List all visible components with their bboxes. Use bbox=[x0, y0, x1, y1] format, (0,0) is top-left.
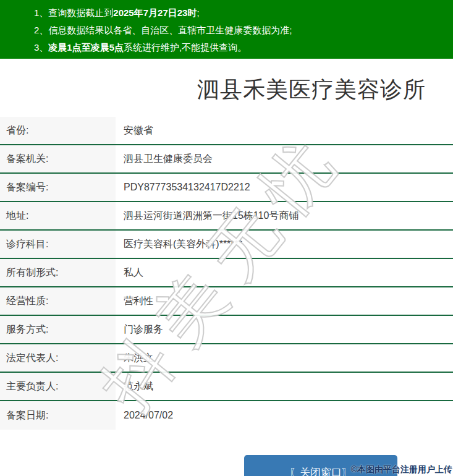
row-value: PDY87773534132417D2212 bbox=[116, 174, 453, 201]
table-row-main-person-in-charge: 主要负责人: 范永斌 bbox=[0, 373, 453, 401]
row-label: 主要负责人: bbox=[0, 373, 116, 400]
notice-line-3-bold: 凌晨1点至凌晨5点 bbox=[48, 42, 124, 53]
table-row-filing-number: 备案编号: PDY87773534132417D2212 bbox=[0, 174, 453, 202]
record-info-table: 省份: 安徽省 备案机关: 泗县卫生健康委员会 备案编号: PDY8777353… bbox=[0, 117, 453, 430]
row-value: 泗县卫生健康委员会 bbox=[116, 145, 453, 172]
table-row-treatment-subjects: 诊疗科目: 医疗美容科(美容外科)****** bbox=[0, 231, 453, 259]
row-value: 泗县运河街道泗洲第一街15栋110号商铺 bbox=[116, 202, 453, 229]
notice-line-1-post: ; bbox=[197, 7, 199, 18]
table-row-address: 地址: 泗县运河街道泗洲第一街15栋110号商铺 bbox=[0, 202, 453, 231]
notice-line-1-bold: 2025年7月27日23时 bbox=[113, 7, 197, 18]
row-label: 经营性质: bbox=[0, 287, 116, 315]
notice-line-1-pre: 查询数据截止到 bbox=[48, 7, 113, 18]
table-row-business-nature: 经营性质: 营利性 bbox=[0, 287, 453, 316]
row-label: 备案编号: bbox=[0, 174, 116, 201]
row-value: 门诊服务 bbox=[116, 316, 453, 343]
copyright-stamp: ©本图由平台注册用户上传 bbox=[351, 464, 452, 475]
row-label: 地址: bbox=[0, 202, 116, 229]
row-value: 朱洪立 bbox=[116, 344, 453, 372]
notice-banner: 1、查询数据截止到2025年7月27日23时; 2、信息数据结果以各省、自治区、… bbox=[0, 0, 453, 59]
table-row-ownership-form: 所有制形式: 私人 bbox=[0, 259, 453, 287]
row-value: 安徽省 bbox=[116, 117, 453, 144]
notice-line-3-num: 3、 bbox=[34, 42, 48, 53]
table-row-filing-date: 备案日期: 2024/07/02 bbox=[0, 401, 453, 430]
page-title: 泗县禾美医疗美容诊所 bbox=[0, 75, 453, 106]
notice-line-3-post: 系统进行维护,不能提供查询。 bbox=[124, 42, 247, 53]
table-row-service-mode: 服务方式: 门诊服务 bbox=[0, 316, 453, 344]
table-row-filing-authority: 备案机关: 泗县卫生健康委员会 bbox=[0, 145, 453, 174]
table-row-province: 省份: 安徽省 bbox=[0, 117, 453, 145]
notice-line-3: 3、凌晨1点至凌晨5点系统进行维护,不能提供查询。 bbox=[34, 39, 447, 56]
row-value: 2024/07/02 bbox=[116, 401, 453, 430]
row-label: 备案日期: bbox=[0, 401, 116, 430]
notice-line-2-pre: 信息数据结果以各省、自治区、直辖市卫生健康委数据为准; bbox=[48, 25, 292, 35]
record-detail-page: 1、查询数据截止到2025年7月27日23时; 2、信息数据结果以各省、自治区、… bbox=[0, 0, 453, 476]
notice-line-1: 1、查询数据截止到2025年7月27日23时; bbox=[34, 4, 447, 22]
notice-line-1-num: 1、 bbox=[34, 7, 48, 18]
notice-line-2-num: 2、 bbox=[34, 25, 48, 35]
row-label: 诊疗科目: bbox=[0, 231, 116, 258]
notice-line-2: 2、信息数据结果以各省、自治区、直辖市卫生健康委数据为准; bbox=[34, 22, 447, 39]
row-label: 所有制形式: bbox=[0, 259, 116, 286]
row-label: 省份: bbox=[0, 117, 116, 144]
row-label: 法定代表人: bbox=[0, 344, 116, 372]
row-label: 备案机关: bbox=[0, 145, 116, 172]
row-value: 范永斌 bbox=[116, 373, 453, 400]
row-value: 私人 bbox=[116, 259, 453, 286]
row-label: 服务方式: bbox=[0, 316, 116, 343]
row-value: 营利性 bbox=[116, 287, 453, 315]
row-value: 医疗美容科(美容外科)****** bbox=[116, 231, 453, 258]
table-row-legal-representative: 法定代表人: 朱洪立 bbox=[0, 344, 453, 373]
